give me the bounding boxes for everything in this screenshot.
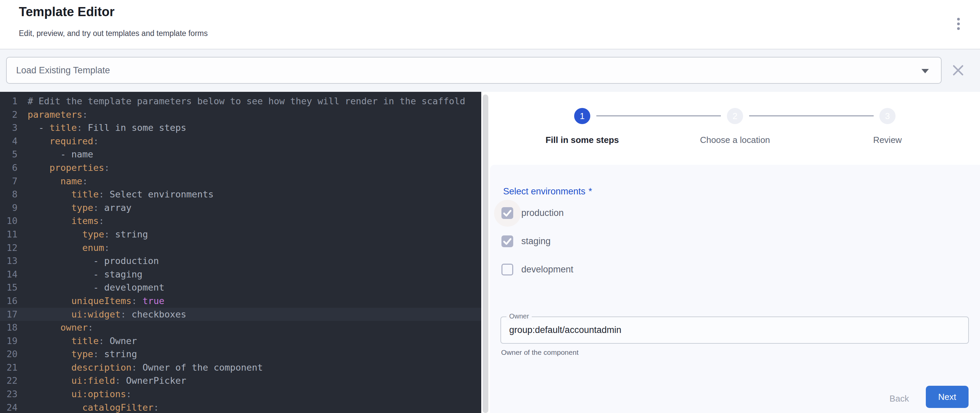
code-text: owner: <box>18 321 93 334</box>
code-line[interactable]: 21 description: Owner of the component <box>0 361 481 374</box>
line-number: 14 <box>0 268 18 281</box>
owner-helper-text: Owner of the component <box>501 348 579 356</box>
line-number: 5 <box>0 148 18 161</box>
owner-field-label: Owner <box>506 312 532 320</box>
code-line[interactable]: 16 uniqueItems: true <box>0 294 481 308</box>
code-line[interactable]: 5 - name <box>0 148 481 161</box>
code-line[interactable]: 11 type: string <box>0 228 481 241</box>
back-button[interactable]: Back <box>876 391 923 407</box>
code-text: enum: <box>18 241 110 254</box>
code-line[interactable]: 7 name: <box>0 175 481 188</box>
code-text: type: string <box>18 348 137 361</box>
required-asterisk: * <box>589 186 592 196</box>
code-text: - development <box>18 281 164 294</box>
checkbox-production[interactable] <box>501 207 513 219</box>
code-text: description: Owner of the component <box>18 361 263 374</box>
code-line[interactable]: 9 type: array <box>0 201 481 214</box>
line-number: 7 <box>0 175 18 188</box>
code-text: uniqueItems: true <box>18 294 164 308</box>
code-text: items: <box>18 214 104 228</box>
environment-checkbox-group: productionstagingdevelopment <box>501 207 573 292</box>
step-2-circle[interactable]: 2 <box>727 108 743 124</box>
code-line[interactable]: 1# Edit the template parameters below to… <box>0 95 481 108</box>
line-number: 21 <box>0 361 18 374</box>
load-template-bar: Load Existing Template <box>0 49 980 92</box>
yaml-code-editor[interactable]: 1# Edit the template parameters below to… <box>0 92 481 413</box>
code-line[interactable]: 10 items: <box>0 214 481 228</box>
line-number: 3 <box>0 121 18 135</box>
code-line[interactable]: 22 ui:field: OwnerPicker <box>0 374 481 388</box>
code-line[interactable]: 23 ui:options: <box>0 388 481 401</box>
code-line[interactable]: 18 owner: <box>0 321 481 334</box>
code-text: catalogFilter: <box>18 401 159 413</box>
line-number: 13 <box>0 254 18 268</box>
code-text: required: <box>18 135 99 148</box>
more-options-button[interactable] <box>948 12 969 36</box>
code-line[interactable]: 4 required: <box>0 135 481 148</box>
code-line[interactable]: 24 catalogFilter: <box>0 401 481 413</box>
code-text: parameters: <box>18 108 88 121</box>
checkbox-label[interactable]: production <box>521 208 564 218</box>
environments-field-label: Select environments* <box>503 186 592 197</box>
step-1-circle[interactable]: 1 <box>574 108 590 124</box>
checkbox-row: development <box>501 264 573 275</box>
page-subtitle: Edit, preview, and try out templates and… <box>19 29 208 38</box>
line-number: 16 <box>0 294 18 308</box>
code-line[interactable]: 12 enum: <box>0 241 481 254</box>
line-number: 12 <box>0 241 18 254</box>
line-number: 4 <box>0 135 18 148</box>
code-line[interactable]: 14 - staging <box>0 268 481 281</box>
code-text: ui:widget: checkboxes <box>18 308 186 321</box>
line-number: 20 <box>0 348 18 361</box>
form-panel: Select environments* productionstagingde… <box>490 165 980 413</box>
code-text: title: Owner <box>18 334 137 348</box>
owner-input[interactable] <box>509 317 957 343</box>
step-3-circle[interactable]: 3 <box>880 108 896 124</box>
editor-scrollbar[interactable] <box>483 95 488 413</box>
code-text: title: Select environments <box>18 187 214 201</box>
code-line[interactable]: 6 properties: <box>0 161 481 175</box>
code-text: - staging <box>18 268 142 281</box>
line-number: 8 <box>0 187 18 201</box>
code-text: ui:field: OwnerPicker <box>18 374 186 388</box>
line-number: 1 <box>0 95 18 108</box>
code-text: # Edit the template parameters below to … <box>18 95 465 108</box>
checkbox-label[interactable]: staging <box>521 236 550 246</box>
checkbox-development[interactable] <box>501 264 513 275</box>
line-number: 19 <box>0 334 18 348</box>
checkbox-row: staging <box>501 235 573 247</box>
template-preview-panel: 1Fill in some steps2Choose a location3Re… <box>488 92 980 413</box>
line-number: 15 <box>0 281 18 294</box>
load-template-select[interactable]: Load Existing Template <box>6 57 942 84</box>
code-text: ui:options: <box>18 388 132 401</box>
stepper: 1Fill in some steps2Choose a location3Re… <box>488 92 980 165</box>
code-text: - title: Fill in some steps <box>18 121 186 135</box>
checkbox-staging[interactable] <box>501 235 513 247</box>
code-line[interactable]: 15 - development <box>0 281 481 294</box>
code-line[interactable]: 13 - production <box>0 254 481 268</box>
checkbox-label[interactable]: development <box>521 264 573 275</box>
line-number: 17 <box>0 308 18 321</box>
checkmark-icon <box>501 235 513 247</box>
code-text: name: <box>18 175 88 188</box>
load-template-select-value: Load Existing Template <box>16 65 110 76</box>
code-line[interactable]: 2parameters: <box>0 108 481 121</box>
code-line[interactable]: 19 title: Owner <box>0 334 481 348</box>
checkbox-row: production <box>501 207 573 219</box>
code-line[interactable]: 8 title: Select environments <box>0 187 481 201</box>
stepper-connector <box>749 115 873 116</box>
line-number: 6 <box>0 161 18 175</box>
line-number: 22 <box>0 374 18 388</box>
template-editor-page: Template Editor Edit, preview, and try o… <box>0 0 980 413</box>
line-number: 9 <box>0 201 18 214</box>
next-button[interactable]: Next <box>926 386 969 408</box>
code-line[interactable]: 20 type: string <box>0 348 481 361</box>
line-number: 2 <box>0 108 18 121</box>
code-text: type: string <box>18 228 148 241</box>
line-number: 24 <box>0 401 18 413</box>
code-line[interactable]: 17 ui:widget: checkboxes <box>0 308 481 321</box>
close-button[interactable] <box>950 62 967 79</box>
caret-down-icon <box>921 69 929 73</box>
line-number: 10 <box>0 214 18 228</box>
code-line[interactable]: 3 - title: Fill in some steps <box>0 121 481 135</box>
